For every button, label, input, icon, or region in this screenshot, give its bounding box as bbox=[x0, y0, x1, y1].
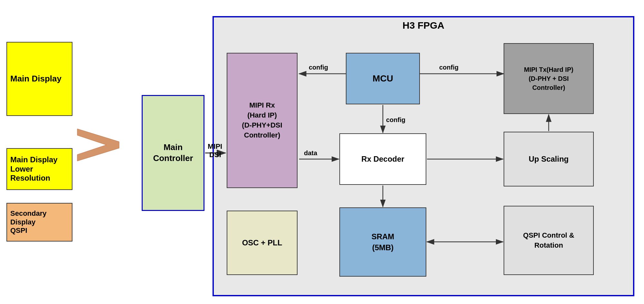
rx-decoder-label: Rx Decoder bbox=[361, 155, 404, 164]
svg-text:data: data bbox=[304, 149, 317, 157]
osc-pll-label: OSC + PLL bbox=[242, 238, 282, 247]
svg-text:config: config bbox=[386, 116, 405, 123]
mipi-tx-box: MIPI Tx(Hard IP)(D-PHY + DSIController) bbox=[504, 43, 594, 114]
main-display-label: Main Display bbox=[10, 74, 62, 84]
osc-pll-box: OSC + PLL bbox=[227, 211, 298, 275]
qspi-label: QSPI Control &Rotation bbox=[523, 231, 574, 251]
mcu-box: MCU bbox=[346, 53, 420, 104]
svg-text:config: config bbox=[439, 64, 459, 71]
mipi-rx-box: MIPI Rx(Hard IP)(D-PHY+DSIController) bbox=[227, 53, 298, 188]
sram-label: SRAM(5MB) bbox=[372, 231, 394, 253]
svg-text:config: config bbox=[309, 64, 328, 71]
secondary-display-box: Secondary DisplayQSPI bbox=[6, 203, 72, 242]
mipi-tx-label: MIPI Tx(Hard IP)(D-PHY + DSIController) bbox=[524, 65, 573, 92]
main-display-box: Main Display bbox=[6, 42, 72, 116]
mipi-rx-label: MIPI Rx(Hard IP)(D-PHY+DSIController) bbox=[242, 100, 282, 140]
sram-box: SRAM(5MB) bbox=[339, 207, 426, 277]
secondary-display-label: Secondary DisplayQSPI bbox=[10, 209, 69, 235]
main-display-lower-label: Main DisplayLower Resolution bbox=[10, 155, 69, 183]
main-display-lower-box: Main DisplayLower Resolution bbox=[6, 148, 72, 190]
qspi-box: QSPI Control &Rotation bbox=[504, 206, 594, 275]
main-controller-label: Main Controller bbox=[143, 142, 204, 164]
svg-marker-16 bbox=[77, 129, 119, 161]
mcu-label: MCU bbox=[373, 73, 393, 84]
rx-decoder-box: Rx Decoder bbox=[339, 133, 426, 185]
main-controller-box: Main Controller bbox=[142, 95, 204, 211]
up-scaling-box: Up Scaling bbox=[504, 132, 594, 186]
fpga-container: H3 FPGA MIPI Rx(Hard IP)(D-PHY+DSIContro… bbox=[213, 16, 634, 296]
diagram-container: Main Display Main DisplayLower Resolutio… bbox=[0, 0, 644, 304]
up-scaling-label: Up Scaling bbox=[529, 155, 569, 164]
fpga-title: H3 FPGA bbox=[402, 20, 444, 31]
